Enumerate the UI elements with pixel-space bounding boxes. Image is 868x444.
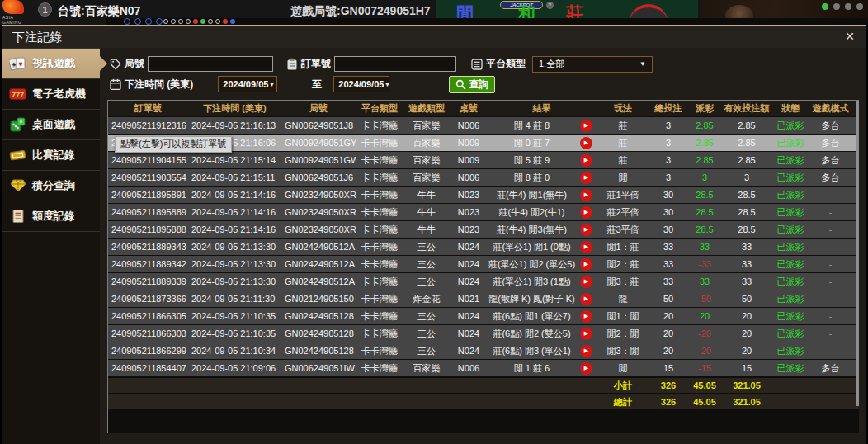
table-row[interactable]: 2409052118663032024-09-05 21:10:35GN0242… (108, 325, 859, 342)
replay-button[interactable]: ▶ (580, 137, 592, 149)
time-cell: 2024-09-05 21:11:30 (188, 294, 281, 304)
replay-button[interactable]: ▶ (580, 206, 592, 219)
table-row[interactable]: 2409052118544072024-09-05 21:09:06GN0062… (108, 360, 859, 376)
date-to-value: 2024/09/05 (338, 79, 384, 89)
table-row[interactable]: 2409052118733662024-09-05 21:11:30GN0212… (108, 290, 859, 307)
replay-button[interactable]: ▶ (580, 328, 592, 340)
table-no-cell: N024 (450, 259, 488, 269)
replay-button[interactable]: ▶ (580, 293, 592, 305)
replay-button[interactable]: ▶ (580, 154, 592, 167)
replay-button[interactable]: ▶ (580, 258, 592, 271)
round-cell: GN009249051GY (281, 138, 356, 148)
column-header: 狀態 (771, 102, 810, 115)
table-row[interactable]: 2409052119123162024-09-05 21:16:13GN0062… (108, 117, 859, 134)
table-row[interactable]: 2409052118958892024-09-05 21:14:16GN0232… (108, 204, 859, 220)
replay-button[interactable]: ▶ (580, 120, 592, 132)
platform-type-select[interactable]: 1.全部 ▼ (532, 56, 653, 73)
table-no-cell: N023 (450, 207, 488, 217)
slot-777-icon: 777 (8, 87, 27, 101)
sidebar-item-slot-machines[interactable]: 777電子老虎機 (2, 79, 100, 110)
table-row[interactable]: 2409052118893432024-09-05 21:13:30GN0242… (108, 239, 859, 255)
date-from-value: 2024/09/05 (223, 79, 268, 89)
seat-number-badge: 1 (38, 2, 52, 17)
game-type-cell: 牛牛 (403, 206, 450, 219)
replay-button[interactable]: ▶ (580, 241, 592, 253)
table-total-row: 總計32645.05321.05 (108, 394, 859, 409)
sidebar-item-quota-records[interactable]: 額度記錄 (2, 201, 100, 232)
payout-cell: 3 (686, 172, 723, 182)
round-no-input[interactable] (148, 56, 273, 72)
sidebar-item-label: 電子老虎機 (32, 87, 86, 102)
column-header: 遊戲模式 (810, 102, 851, 115)
table-row[interactable]: 2409052119041552024-09-05 21:15:14GN0092… (108, 152, 859, 168)
result-cell: 閒 1 莊 6 (488, 362, 576, 375)
order-cell: 240905211866303 (108, 328, 188, 338)
valid-bet-cell: 28.5 (723, 190, 771, 200)
table-row[interactable]: 2409052118663052024-09-05 21:10:35GN0242… (108, 308, 859, 324)
replay-cell: ▶ (576, 224, 596, 236)
replay-cell: ▶ (576, 172, 596, 184)
status-cell: 已派彩 (771, 154, 810, 167)
table-scrollbar[interactable] (856, 101, 859, 406)
play-method-cell: 閒 (596, 172, 650, 184)
replay-button[interactable]: ▶ (580, 172, 592, 184)
round-cell: GN0242490512A (281, 259, 356, 269)
table-row[interactable]: 2409052118893392024-09-05 21:13:30GN0242… (108, 273, 859, 290)
platform-cell: 卡卡灣廳 (356, 154, 403, 167)
sidebar-item-table-games[interactable]: 桌面遊戲 (2, 110, 100, 140)
connection-dots (822, 3, 863, 10)
sidebar-item-match-records[interactable]: 比賽記錄 (2, 140, 100, 171)
game-type-cell: 三公 (403, 241, 450, 253)
mode-cell: - (810, 207, 851, 217)
game-type-cell: 三公 (403, 328, 450, 340)
status-cell: 已派彩 (771, 241, 810, 253)
table-row[interactable]: 2409052118958912024-09-05 21:14:16GN0232… (108, 187, 859, 203)
replay-button[interactable]: ▶ (580, 276, 592, 288)
replay-button[interactable]: ▶ (580, 362, 592, 375)
order-cell: 240905211904155 (108, 155, 188, 165)
date-to-picker[interactable]: 2024/09/05 ▼ (333, 76, 389, 92)
game-type-cell: 百家樂 (403, 137, 450, 149)
game-type-cell: 炸金花 (403, 293, 450, 305)
replay-cell: ▶ (576, 276, 596, 288)
total-bet-cell: 20 (650, 346, 686, 356)
replay-button[interactable]: ▶ (580, 189, 592, 201)
order-cell: 240905211873366 (108, 294, 188, 304)
column-header: 派彩 (686, 102, 723, 115)
sidebar-item-points-inquiry[interactable]: 積分查詢 (2, 171, 100, 201)
result-cell: 莊(牛4) 閒1(無牛) (488, 189, 576, 201)
round-cell: GN006249051J8 (281, 120, 356, 130)
payout-cell: 20 (686, 311, 723, 321)
replay-button[interactable]: ▶ (580, 310, 592, 323)
table-row[interactable]: 2409052119035542024-09-05 21:15:11GN0062… (108, 169, 859, 186)
status-cell: 已派彩 (771, 189, 810, 201)
game-type-cell: 三公 (403, 258, 450, 271)
game-type-cell: 百家樂 (403, 362, 450, 375)
replay-cell: ▶ (576, 206, 596, 219)
logo-caption: ASIA GAMING (2, 15, 34, 25)
game-type-cell: 三公 (403, 276, 450, 288)
search-button[interactable]: 查詢 (449, 76, 495, 93)
tag-icon (110, 59, 121, 70)
mode-cell: - (810, 346, 851, 356)
table-no-cell: N023 (450, 190, 488, 200)
date-from-picker[interactable]: 2024/09/05 ▼ (218, 76, 277, 92)
game-type-cell: 牛牛 (403, 224, 450, 236)
order-no-input[interactable] (334, 56, 456, 72)
replay-button[interactable]: ▶ (580, 345, 592, 357)
sidebar-item-video-games[interactable]: ♠♥視訊遊戲 (2, 49, 100, 79)
total-bet-cell: 20 (650, 328, 686, 338)
table-row[interactable]: 2409052118958882024-09-05 21:14:16GN0232… (108, 221, 859, 238)
total-bet-cell: 15 (650, 363, 686, 373)
play-method-cell: 莊1平倍 (596, 189, 650, 201)
table-row[interactable]: 2409052118662992024-09-05 21:10:34GN0242… (108, 342, 859, 359)
status-cell: 已派彩 (771, 120, 810, 132)
total-bet-cell: 3 (650, 120, 686, 130)
order-cell: 240905211889342 (108, 259, 188, 269)
close-icon[interactable]: ✕ (845, 30, 855, 43)
replay-button[interactable]: ▶ (580, 224, 592, 236)
total-bet-cell: 33 (650, 242, 686, 252)
payout-cell: 28.5 (686, 224, 723, 234)
platform-cell: 卡卡灣廳 (356, 224, 403, 236)
table-row[interactable]: 2409052118893422024-09-05 21:13:30GN0242… (108, 256, 859, 272)
